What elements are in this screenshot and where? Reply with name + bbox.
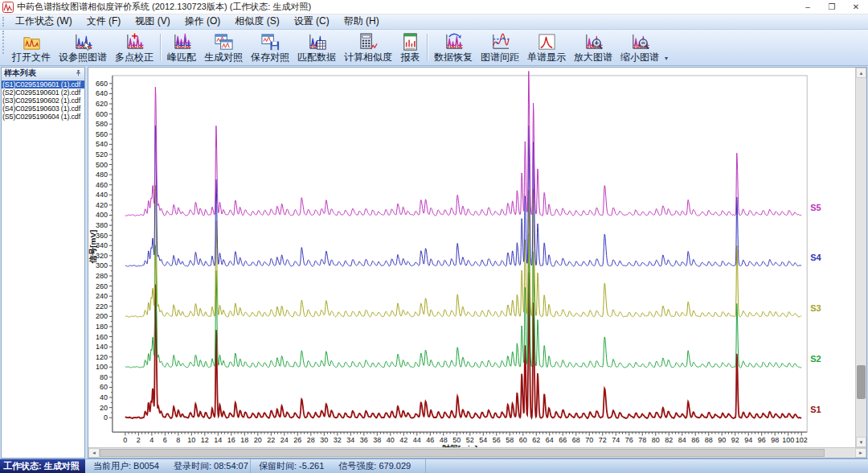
svg-text:36: 36 — [360, 436, 368, 444]
match-data-button[interactable]: 匹配数据 — [293, 31, 340, 64]
svg-text:40: 40 — [387, 436, 395, 444]
svg-text:32: 32 — [334, 436, 342, 444]
svg-text:74: 74 — [612, 436, 620, 444]
menu-item[interactable]: 工作状态 (W) — [8, 14, 80, 30]
svg-text:34: 34 — [346, 436, 354, 444]
retention-time: 保留时间: -5.261 — [259, 460, 324, 472]
close-button[interactable]: ✕ — [844, 0, 868, 14]
svg-text:10: 10 — [187, 436, 195, 444]
svg-text:80: 80 — [100, 373, 108, 381]
svg-text:68: 68 — [572, 436, 580, 444]
horizontal-scrollbar[interactable]: ◄ ► — [88, 447, 866, 458]
menu-item[interactable]: 文件 (F) — [80, 14, 129, 30]
toolbar-button-label: 多点校正 — [115, 52, 154, 63]
user-session-field: 当前用户: B0054 登录时间: 08:54:07 — [85, 459, 251, 473]
peak-match-icon — [172, 32, 192, 52]
svg-text:52: 52 — [466, 436, 474, 444]
svg-text:76: 76 — [625, 436, 633, 444]
svg-text:56: 56 — [493, 436, 501, 444]
set-reference-button[interactable]: 设参照图谱 — [55, 31, 111, 64]
svg-text:102: 102 — [796, 436, 808, 444]
svg-text:28: 28 — [307, 436, 315, 444]
toolbar-grip-handle[interactable] — [2, 31, 6, 54]
open-file-button[interactable]: 打开文件 — [8, 31, 55, 64]
svg-text:S3: S3 — [810, 303, 821, 313]
zoom-out-spectra-icon — [630, 32, 650, 52]
sample-list-header: 样本列表 — [2, 68, 84, 80]
vertical-scrollbar[interactable]: ▲ ▼ — [855, 68, 866, 447]
svg-text:520: 520 — [96, 150, 108, 158]
svg-text:S4: S4 — [810, 253, 821, 262]
svg-text:S5: S5 — [810, 203, 821, 212]
horizontal-scroll-track[interactable] — [100, 448, 855, 458]
sample-list-item[interactable]: (S4)C0295190603 (1).cdf — [2, 105, 84, 113]
work-status-field: 工作状态: 生成对照 — [0, 459, 85, 473]
scroll-up-button[interactable]: ▲ — [856, 68, 866, 78]
generate-reference-button[interactable]: 生成对照 — [200, 31, 247, 64]
svg-text:18: 18 — [240, 436, 248, 444]
svg-text:240: 240 — [96, 292, 108, 300]
single-display-icon — [537, 32, 557, 52]
svg-text:2: 2 — [137, 436, 141, 444]
toolbar-button-label: 设参照图谱 — [59, 52, 107, 63]
svg-text:86: 86 — [691, 436, 699, 444]
vertical-scroll-thumb[interactable] — [857, 365, 866, 399]
svg-text:62: 62 — [532, 436, 540, 444]
menu-item[interactable]: 相似度 (S) — [227, 14, 286, 30]
toolbar-separator — [160, 34, 161, 61]
svg-text:400: 400 — [96, 211, 108, 219]
toolbar-button-label: 匹配数据 — [297, 52, 336, 63]
save-reference-button[interactable]: 保存对照 — [247, 31, 293, 64]
chromatogram-chart[interactable]: 0204060801001201401601802002202402602803… — [88, 68, 855, 447]
titlebar: 中药色谱指纹图谱相似度评价系统 (2012.130723版本) (工作状态: 生… — [0, 0, 868, 14]
toolbar-button-label: 数据恢复 — [434, 52, 473, 63]
svg-text:58: 58 — [506, 436, 514, 444]
spectra-spacing-button[interactable]: 图谱间距 — [477, 31, 523, 64]
toolbar: 打开文件设参照图谱多点校正峰匹配生成对照保存对照匹配数据计算相似度报表数据恢复图… — [0, 30, 868, 66]
svg-text:88: 88 — [705, 436, 713, 444]
zoom-in-spectra-button[interactable]: 放大图谱 — [570, 31, 616, 64]
svg-text:280: 280 — [96, 272, 108, 280]
chart-panel: 0204060801001201401601802002202402602803… — [88, 67, 867, 459]
statusbar: 工作状态: 生成对照 当前用户: B0054 登录时间: 08:54:07 保留… — [0, 459, 868, 473]
menu-item[interactable]: 帮助 (H) — [337, 14, 387, 30]
toolbar-button-label: 报表 — [401, 52, 420, 63]
menu-item[interactable]: 操作 (O) — [178, 14, 228, 30]
vertical-scroll-track[interactable] — [856, 78, 866, 437]
single-display-button[interactable]: 单谱显示 — [523, 31, 570, 64]
save-reference-icon — [260, 32, 280, 52]
menubar-grip-handle[interactable] — [2, 17, 6, 27]
menu-item[interactable]: 设置 (C) — [287, 14, 337, 30]
svg-text:14: 14 — [214, 436, 222, 444]
toolbar-button-label: 图谱间距 — [481, 52, 519, 63]
svg-text:96: 96 — [758, 436, 766, 444]
scroll-left-button[interactable]: ◄ — [88, 448, 100, 458]
svg-text:16: 16 — [227, 436, 235, 444]
multi-point-correction-button[interactable]: 多点校正 — [111, 31, 158, 64]
svg-text:82: 82 — [665, 436, 673, 444]
svg-text:0: 0 — [104, 413, 108, 422]
zoom-out-spectra-button[interactable]: 缩小图谱 — [616, 31, 663, 64]
sample-list-item[interactable]: (S1)C0295190601 (1).cdf — [2, 80, 84, 88]
scroll-down-button[interactable]: ▼ — [856, 437, 866, 447]
svg-text:100: 100 — [96, 363, 108, 371]
peak-match-button[interactable]: 峰匹配 — [163, 31, 200, 64]
calc-similarity-button[interactable]: 计算相似度 — [340, 31, 396, 64]
svg-text:12: 12 — [201, 436, 209, 444]
minimize-button[interactable]: – — [796, 0, 820, 14]
toolbar-overflow-chevron[interactable]: ▾ — [665, 55, 668, 62]
report-button[interactable]: 报表 — [396, 31, 424, 64]
sample-list-item[interactable]: (S2)C0295190601 (2).cdf — [2, 88, 84, 97]
svg-text:260: 260 — [96, 282, 108, 290]
svg-text:20: 20 — [100, 404, 108, 412]
sample-list-item[interactable]: (S3)C0295190602 (1).cdf — [2, 97, 84, 105]
maximize-button[interactable]: ❐ — [820, 0, 844, 14]
toolbar-button-label: 单谱显示 — [527, 52, 566, 63]
scroll-right-button[interactable]: ► — [855, 448, 866, 458]
sample-list-item[interactable]: (S5)C0295190604 (1).cdf — [2, 113, 84, 121]
horizontal-scroll-thumb[interactable] — [100, 449, 825, 457]
data-recovery-button[interactable]: 数据恢复 — [430, 31, 477, 64]
pin-icon[interactable] — [75, 69, 82, 78]
svg-text:320: 320 — [96, 252, 108, 260]
menu-item[interactable]: 视图 (V) — [128, 14, 177, 30]
